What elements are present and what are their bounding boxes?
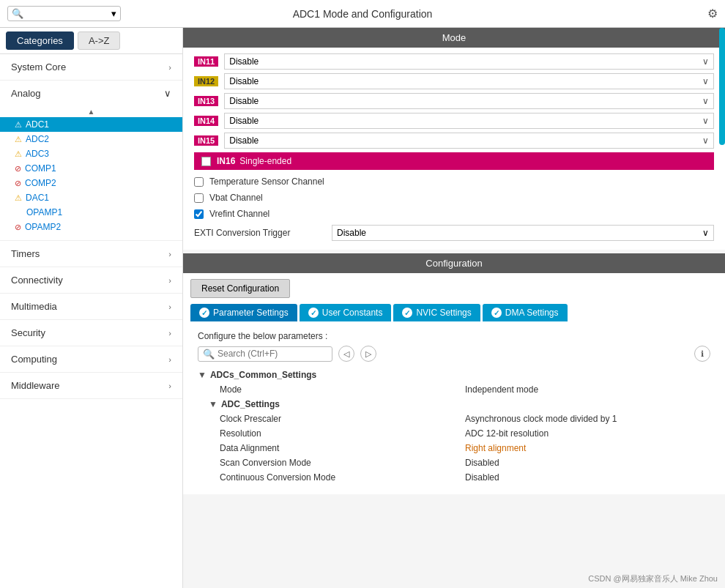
exti-select-arrow-icon: ∨ xyxy=(702,228,709,238)
scrollbar[interactable] xyxy=(719,28,725,145)
param-tree: ▼ ADCs_Common_Settings Mode Independent … xyxy=(198,368,710,485)
sidebar-section-analog: Analog ∨ ▲ ⚠ ADC1 ⚠ ADC2 ⚠ ADC3 xyxy=(0,81,182,241)
select-arrow-icon: ∨ xyxy=(702,56,709,67)
sidebar-section-middleware: Middleware › xyxy=(0,373,182,399)
chevron-right-icon: › xyxy=(168,276,171,285)
chevron-right-icon: › xyxy=(168,302,171,311)
warning-icon: ⚠ xyxy=(15,120,22,130)
chevron-right-icon: › xyxy=(168,382,171,390)
content-area: Mode IN11 Disable ∨ IN12 Disable ∨ xyxy=(183,28,725,588)
sidebar-item-timers[interactable]: Timers › xyxy=(0,241,182,267)
sidebar-item-multimedia[interactable]: Multimedia › xyxy=(0,294,182,319)
tab-nvic-settings[interactable]: ✓ NVIC Settings xyxy=(393,304,480,321)
in12-label: IN12 xyxy=(194,76,218,86)
reset-config-button[interactable]: Reset Configuration xyxy=(190,279,290,298)
params-search-box[interactable]: 🔍 xyxy=(198,346,332,362)
content-wrapper: Mode IN11 Disable ∨ IN12 Disable ∨ xyxy=(183,28,725,588)
chevron-right-icon: › xyxy=(168,250,171,258)
param-item-continuous-conversion: Continuous Conversion Mode Disabled xyxy=(198,470,710,485)
exti-select[interactable]: Disable ∨ xyxy=(332,225,714,241)
tab-categories[interactable]: Categories xyxy=(6,31,74,50)
sidebar-section-connectivity: Connectivity › xyxy=(0,267,182,294)
params-search-input[interactable] xyxy=(218,349,327,359)
sidebar-section-security: Security › xyxy=(0,320,182,346)
in12-select[interactable]: Disable ∨ xyxy=(224,73,714,89)
in16-label: IN16 xyxy=(217,156,235,166)
warning-icon: ⚠ xyxy=(15,135,22,144)
sidebar-item-adc2[interactable]: ⚠ ADC2 xyxy=(0,132,182,146)
check-icon: ✓ xyxy=(199,308,209,318)
chevron-right-icon: › xyxy=(168,63,171,72)
mode-content: IN11 Disable ∨ IN12 Disable ∨ IN13 xyxy=(183,48,725,250)
sidebar-item-computing[interactable]: Computing › xyxy=(0,346,182,372)
mode-row-in16[interactable]: IN16 Single-ended xyxy=(194,152,714,170)
sidebar-item-comp2[interactable]: ⊘ COMP2 xyxy=(0,176,182,190)
temp-sensor-checkbox[interactable] xyxy=(194,177,204,187)
info-icon-btn[interactable]: ℹ xyxy=(694,346,710,362)
in11-select[interactable]: Disable ∨ xyxy=(224,53,714,70)
collapse-triangle-icon: ▼ xyxy=(198,370,207,380)
params-area: Configure the below parameters : 🔍 ◁ ▷ ℹ xyxy=(190,327,718,488)
expand-icon-btn[interactable]: ▷ xyxy=(360,346,376,362)
in16-checkbox[interactable] xyxy=(201,157,211,166)
check-icon: ✓ xyxy=(491,308,502,318)
in14-select[interactable]: Disable ∨ xyxy=(224,113,714,129)
dropdown-arrow-icon[interactable]: ▾ xyxy=(111,8,116,19)
select-arrow-icon: ∨ xyxy=(702,116,709,126)
search-area[interactable]: 🔍 ▾ xyxy=(7,6,121,21)
sidebar-item-adc3[interactable]: ⚠ ADC3 xyxy=(0,146,182,161)
sidebar-item-dac1[interactable]: ⚠ DAC1 xyxy=(0,190,182,205)
params-label: Configure the below parameters : xyxy=(198,331,710,341)
in15-label: IN15 xyxy=(194,135,218,146)
gear-icon[interactable]: ⚙ xyxy=(707,7,718,21)
select-arrow-icon: ∨ xyxy=(702,96,709,106)
vbat-checkbox[interactable] xyxy=(194,193,204,203)
temp-sensor-row: Temperature Sensor Channel xyxy=(194,174,714,190)
config-section: Configuration Reset Configuration ✓ Para… xyxy=(183,253,725,494)
sidebar-tabs: Categories A->Z xyxy=(0,28,182,54)
scroll-up-arrow[interactable]: ▲ xyxy=(0,106,182,117)
mode-row-in13: IN13 Disable ∨ xyxy=(194,93,714,109)
param-group-adc-settings[interactable]: ▼ ADC_Settings xyxy=(198,397,710,412)
param-item-scan-conversion: Scan Conversion Mode Disabled xyxy=(198,455,710,470)
sidebar-item-connectivity[interactable]: Connectivity › xyxy=(0,267,182,293)
vrefint-checkbox[interactable] xyxy=(194,209,204,219)
sidebar-item-system-core[interactable]: System Core › xyxy=(0,54,182,80)
in15-select[interactable]: Disable ∨ xyxy=(224,133,714,149)
sidebar-item-adc1[interactable]: ⚠ ADC1 xyxy=(0,117,182,132)
config-content: Reset Configuration ✓ Parameter Settings… xyxy=(183,273,725,494)
select-arrow-icon: ∨ xyxy=(702,135,709,146)
search-icon: 🔍 xyxy=(12,8,23,19)
check-icon: ✓ xyxy=(402,308,412,318)
warning-icon: ⚠ xyxy=(15,149,22,159)
sidebar-item-middleware[interactable]: Middleware › xyxy=(0,373,182,398)
collapse-icon-btn[interactable]: ◁ xyxy=(338,346,354,362)
param-group-adcs-common[interactable]: ▼ ADCs_Common_Settings xyxy=(198,368,710,382)
sidebar-item-opamp1[interactable]: OPAMP1 xyxy=(0,205,182,220)
sidebar-section-computing: Computing › xyxy=(0,346,182,373)
in13-select[interactable]: Disable ∨ xyxy=(224,93,714,109)
sidebar-item-opamp2[interactable]: ⊘ OPAMP2 xyxy=(0,220,182,234)
chevron-right-icon: › xyxy=(168,329,171,338)
mode-row-in12: IN12 Disable ∨ xyxy=(194,73,714,89)
in14-label: IN14 xyxy=(194,116,218,126)
mode-row-in11: IN11 Disable ∨ xyxy=(194,53,714,70)
tab-az[interactable]: A->Z xyxy=(78,31,121,50)
select-arrow-icon: ∨ xyxy=(702,76,709,86)
block-icon: ⊘ xyxy=(15,179,21,188)
main-layout: Categories A->Z System Core › Analog ∨ ▲… xyxy=(0,28,725,588)
page-title: ADC1 Mode and Configuration xyxy=(293,8,433,20)
tab-parameter-settings[interactable]: ✓ Parameter Settings xyxy=(190,304,297,321)
sidebar-item-security[interactable]: Security › xyxy=(0,320,182,346)
vrefint-row: Vrefint Channel xyxy=(194,206,714,222)
in16-value: Single-ended xyxy=(239,156,291,166)
tab-dma-settings[interactable]: ✓ DMA Settings xyxy=(483,304,568,321)
sidebar-item-analog[interactable]: Analog ∨ xyxy=(0,81,182,106)
mode-row-in15: IN15 Disable ∨ xyxy=(194,133,714,149)
param-item-resolution: Resolution ADC 12-bit resolution xyxy=(198,426,710,441)
tab-user-constants[interactable]: ✓ User Constants xyxy=(300,304,392,321)
search-input[interactable] xyxy=(23,9,111,19)
in11-label: IN11 xyxy=(194,56,218,67)
mode-row-in14: IN14 Disable ∨ xyxy=(194,113,714,129)
sidebar-item-comp1[interactable]: ⊘ COMP1 xyxy=(0,161,182,176)
